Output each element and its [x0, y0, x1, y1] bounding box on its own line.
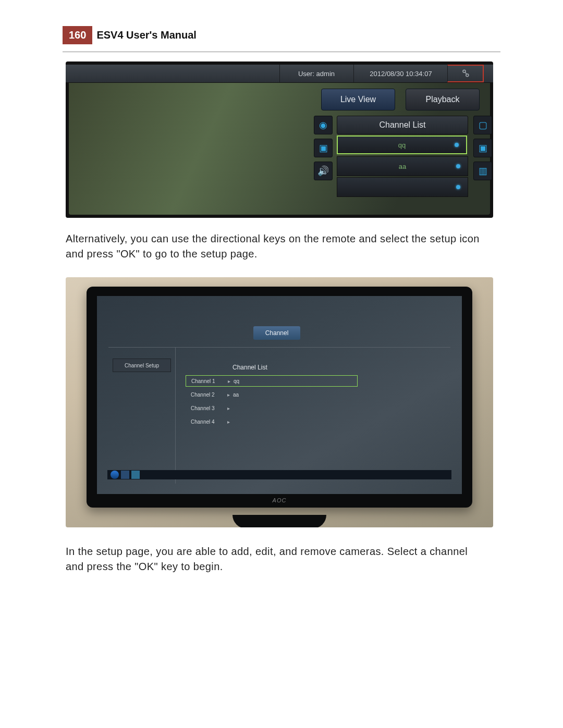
start-icon[interactable]: [111, 471, 119, 479]
channel-setup-row[interactable]: Channel 3 ▸: [186, 402, 358, 414]
page-number-badge: 160: [63, 26, 92, 44]
channel-slot-label: Channel 1: [191, 378, 228, 384]
header-divider: [63, 52, 500, 52]
channel-list-title: Channel List: [232, 364, 267, 371]
monitor-stand: [232, 515, 326, 527]
audio-icon[interactable]: 🔊: [314, 162, 333, 180]
channel-setup-row[interactable]: Channel 2 ▸ aa: [186, 389, 358, 400]
screenshot-live-view: User: admin 2012/08/30 10:34:07 Live Vie…: [66, 61, 493, 218]
channel-setup-row[interactable]: Channel 4 ▸: [186, 416, 358, 427]
monitor-brand-label: AOC: [273, 497, 287, 503]
screenshot-channel-setup: Channel Channel Setup Channel List Chann…: [66, 277, 493, 527]
channel-setup-row[interactable]: Channel 1 ▸ qq: [186, 375, 358, 387]
manual-title: ESV4 User's Manual: [96, 26, 197, 44]
chevron-right-icon: ▸: [227, 392, 230, 398]
channel-list-header: Channel List: [337, 116, 468, 134]
taskbar: [107, 470, 451, 479]
live-view-button[interactable]: Live View: [321, 89, 395, 110]
instruction-paragraph-1: Alternatively, you can use the direction…: [66, 231, 483, 262]
record-icon[interactable]: ◉: [314, 116, 333, 134]
status-bar: User: admin 2012/08/30 10:34:07: [66, 65, 493, 83]
channel-name-label: qq: [234, 378, 239, 384]
channel-name-label: aa: [233, 392, 239, 398]
page-header: 160 ESV4 User's Manual: [63, 26, 500, 44]
chevron-right-icon: ▸: [227, 419, 230, 425]
timestamp-label: 2012/08/30 10:34:07: [353, 65, 448, 82]
settings-icon[interactable]: [447, 65, 484, 82]
status-dot-icon: [456, 185, 460, 189]
channel-row-label: qq: [398, 141, 406, 149]
channel-slot-label: Channel 3: [191, 405, 227, 411]
fullscreen-icon[interactable]: ▣: [473, 139, 492, 157]
playback-button[interactable]: Playback: [406, 89, 480, 110]
channel-row[interactable]: [337, 177, 468, 197]
status-dot-icon: [456, 164, 460, 168]
channel-slot-label: Channel 2: [191, 392, 227, 398]
chevron-right-icon: ▸: [227, 405, 230, 411]
channel-slot-label: Channel 4: [191, 419, 227, 425]
chevron-right-icon: ▸: [228, 378, 230, 384]
channel-row[interactable]: aa: [337, 156, 468, 176]
taskbar-app-icon[interactable]: [121, 471, 129, 479]
channel-row[interactable]: qq: [337, 135, 467, 154]
status-dot-icon: [455, 143, 459, 147]
snapshot-icon[interactable]: ▣: [314, 139, 333, 157]
grid-icon[interactable]: ▢: [473, 116, 492, 134]
user-label: User: admin: [279, 65, 353, 82]
instruction-paragraph-2: In the setup page, you are able to add, …: [66, 544, 483, 574]
monitor-bezel: Channel Channel Setup Channel List Chann…: [87, 287, 472, 508]
channel-tab[interactable]: Channel: [253, 326, 300, 340]
stats-icon[interactable]: ▥: [473, 162, 492, 180]
taskbar-app-icon[interactable]: [131, 471, 140, 479]
sidebar-channel-setup[interactable]: Channel Setup: [113, 359, 171, 372]
channel-row-label: aa: [399, 163, 406, 170]
